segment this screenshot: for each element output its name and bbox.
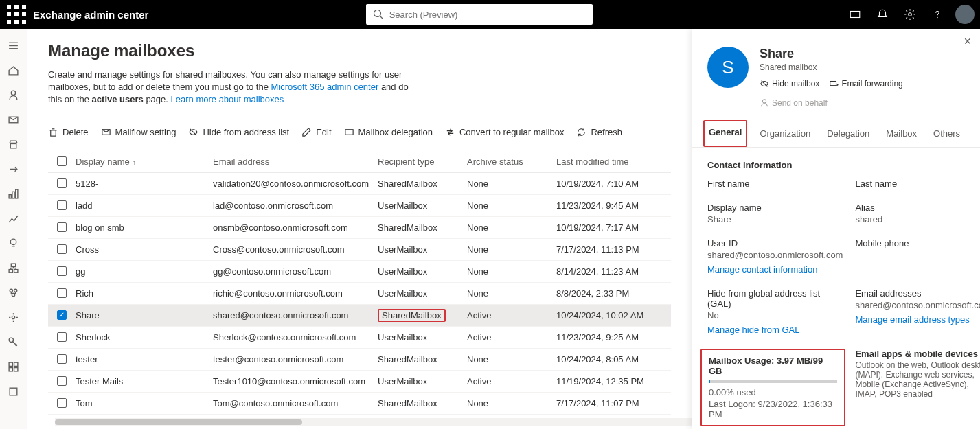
select-all-checkbox[interactable]	[57, 156, 67, 166]
row-checkbox[interactable]	[57, 244, 67, 254]
cell-email: onsmb@contoso.onmicrosoft.com	[213, 222, 378, 233]
panel-subtitle: Shared mailbox	[760, 62, 965, 72]
svg-point-31	[12, 316, 14, 318]
migration-icon[interactable]	[3, 158, 25, 180]
reports-icon[interactable]	[3, 183, 25, 205]
m365-link[interactable]: Microsoft 365 admin center	[271, 82, 378, 92]
table-row[interactable]: Sherlock Sherlock@contoso.onmicrosoft.co…	[48, 327, 671, 349]
row-checkbox[interactable]	[57, 288, 67, 298]
user-avatar[interactable]	[955, 5, 975, 24]
svg-rect-7	[14, 20, 19, 24]
svg-rect-26	[9, 269, 12, 272]
row-checkbox[interactable]	[57, 310, 67, 320]
send-behalf-action: Send on behalf	[760, 98, 828, 108]
display-name-label: Display name	[707, 202, 843, 213]
table-row[interactable]: Rich richie@contoso.onmicrosoft.com User…	[48, 283, 671, 305]
refresh-button[interactable]: Refresh	[576, 127, 622, 137]
idea-icon[interactable]	[3, 232, 25, 254]
manage-contact-link[interactable]: Manage contact information	[707, 264, 843, 275]
delegation-button[interactable]: Mailbox delegation	[344, 127, 433, 137]
connector-icon[interactable]	[843, 2, 867, 27]
email-forward-action[interactable]: Email forwarding	[829, 79, 902, 89]
col-type[interactable]: Recipient type	[378, 156, 467, 167]
persona-coin: S	[707, 47, 749, 88]
table-row[interactable]: Tester Mails Tester1010@contoso.onmicros…	[48, 371, 671, 393]
svg-rect-22	[16, 189, 18, 198]
details-panel: ✕ S Share Shared mailbox Hide mailbox Em…	[692, 29, 980, 429]
cell-name: Tom	[76, 398, 213, 408]
row-checkbox[interactable]	[57, 200, 67, 210]
cell-name: ladd	[76, 200, 213, 211]
app-launcher-icon[interactable]	[5, 3, 27, 25]
org-icon[interactable]	[3, 257, 25, 279]
search-input[interactable]	[366, 4, 593, 25]
table-row[interactable]: tester tester@contoso.onmicrosoft.com Sh…	[48, 349, 671, 371]
mobile-label: Mobile phone	[855, 238, 980, 248]
col-display-name[interactable]: Display name↑	[76, 156, 213, 167]
edit-button[interactable]: Edit	[301, 127, 331, 137]
hide-mailbox-action[interactable]: Hide mailbox	[760, 79, 819, 89]
table-row[interactable]: Cross Cross@contoso.onmicrosoft.com User…	[48, 239, 671, 261]
menu-icon[interactable]	[3, 34, 25, 56]
horizontal-scrollbar[interactable]	[55, 418, 692, 426]
grid-icon[interactable]	[3, 356, 25, 378]
manage-gal-link[interactable]: Manage hide from GAL	[707, 325, 843, 335]
manage-email-link[interactable]: Manage email address types	[855, 314, 980, 325]
hide-gal-button[interactable]: Hide from address list	[188, 127, 289, 137]
cell-name: blog on smb	[76, 222, 213, 233]
tab-others[interactable]: Others	[933, 121, 960, 147]
home-icon[interactable]	[3, 59, 25, 81]
row-checkbox[interactable]	[57, 332, 67, 342]
mailflow-button[interactable]: Mailflow setting	[101, 127, 176, 137]
cell-email: Sherlock@contoso.onmicrosoft.com	[213, 332, 378, 343]
cell-email: richie@contoso.onmicrosoft.com	[213, 288, 378, 299]
settings-rail-icon[interactable]	[3, 306, 25, 328]
table-row[interactable]: blog on smb onsmb@contoso.onmicrosoft.co…	[48, 217, 671, 239]
alias-value: shared	[855, 214, 980, 224]
roles-icon[interactable]	[3, 133, 25, 155]
close-panel-button[interactable]: ✕	[964, 36, 972, 47]
col-modified[interactable]: Last modified time	[556, 156, 680, 167]
table-row[interactable]: Share shared@contoso.onmicrosoft.com Sha…	[48, 305, 671, 327]
apps-value: Outlook on the web, Outlook desktop (MAP…	[855, 360, 980, 399]
delete-button[interactable]: Delete	[48, 127, 89, 137]
mail-icon[interactable]	[3, 108, 25, 130]
convert-button[interactable]: Convert to regular mailbox	[445, 127, 564, 137]
row-checkbox[interactable]	[57, 398, 67, 408]
cell-email: shared@contoso.onmicrosoft.com	[213, 310, 378, 321]
table-row[interactable]: gg gg@contoso.onmicrosoft.com UserMailbo…	[48, 261, 671, 283]
cell-email: Tom@contoso.onmicrosoft.com	[213, 398, 378, 408]
col-archive[interactable]: Archive status	[467, 156, 556, 167]
svg-point-29	[14, 289, 17, 292]
app-icon[interactable]	[3, 380, 25, 402]
cell-type: SharedMailbox	[378, 309, 467, 322]
col-email[interactable]: Email address	[213, 156, 378, 167]
svg-rect-38	[51, 130, 56, 135]
key-icon[interactable]	[3, 331, 25, 353]
notifications-icon[interactable]	[870, 2, 895, 27]
public-folders-icon[interactable]	[3, 281, 25, 303]
cell-type: UserMailbox	[378, 376, 467, 386]
cell-email: validation20@contoso.onmicrosoft.com	[213, 178, 378, 189]
svg-line-10	[380, 16, 383, 20]
svg-point-12	[909, 13, 912, 16]
table-row[interactable]: Tom Tom@contoso.onmicrosoft.com SharedMa…	[48, 393, 671, 415]
recipients-icon[interactable]	[3, 84, 25, 106]
learn-more-link[interactable]: Learn more about mailboxes	[171, 94, 284, 104]
tab-general[interactable]: General	[703, 120, 747, 147]
section-contact-info: Contact information	[707, 160, 965, 170]
table-row[interactable]: ladd lad@contoso.onmicrosoft.com UserMai…	[48, 195, 671, 217]
row-checkbox[interactable]	[57, 266, 67, 276]
svg-rect-4	[14, 12, 19, 16]
tab-delegation[interactable]: Delegation	[827, 121, 869, 147]
row-checkbox[interactable]	[57, 376, 67, 386]
help-icon[interactable]	[925, 2, 950, 27]
settings-icon[interactable]	[898, 2, 922, 27]
row-checkbox[interactable]	[57, 178, 67, 188]
tab-mailbox[interactable]: Mailbox	[886, 121, 917, 147]
insights-icon[interactable]	[3, 207, 25, 229]
tab-organization[interactable]: Organization	[760, 121, 810, 147]
row-checkbox[interactable]	[57, 354, 67, 364]
row-checkbox[interactable]	[57, 222, 67, 232]
table-row[interactable]: 5128- validation20@contoso.onmicrosoft.c…	[48, 173, 671, 195]
